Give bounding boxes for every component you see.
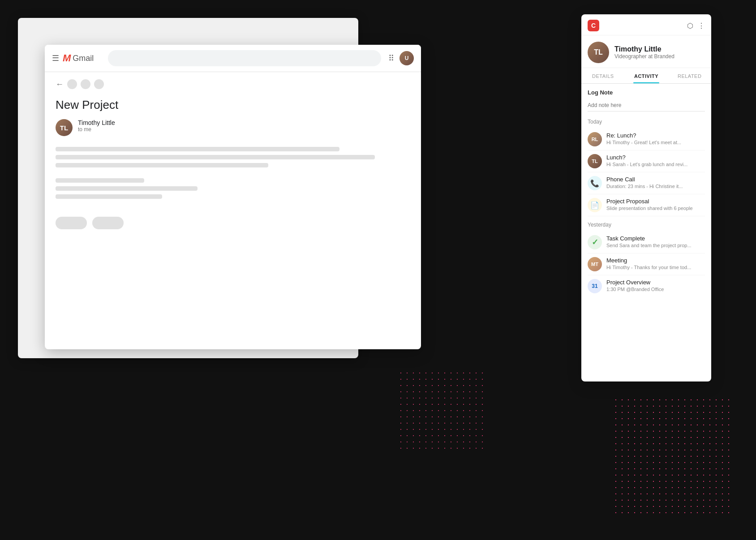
- activity-sub-task: Send Sara and team the project prop...: [606, 243, 705, 248]
- gmail-back-button[interactable]: ←: [56, 80, 64, 89]
- activity-title-re-lunch: Re: Lunch?: [606, 132, 705, 139]
- log-note-input[interactable]: [588, 99, 705, 111]
- skeleton-line-3: [56, 163, 268, 167]
- skeleton-line-6: [56, 194, 162, 199]
- sender-name: Timothy Little: [78, 119, 115, 126]
- today-label: Today: [588, 119, 705, 125]
- crm-tabs: DETAILS ACTIVITY RELATED: [581, 68, 711, 84]
- crm-more-icon[interactable]: ⋮: [698, 21, 705, 30]
- yesterday-label: Yesterday: [588, 222, 705, 228]
- gmail-m-letter: M: [63, 52, 71, 64]
- activity-sub-meeting: Hi Timothy - Thanks for your time tod...: [606, 265, 705, 270]
- gmail-body: ← New Project TL Timothy Little to me: [45, 72, 421, 238]
- sender-to: to me: [78, 126, 115, 133]
- gmail-window: ☰ M Gmail ⠿ U ← New Project TL: [45, 45, 421, 349]
- gmail-header-right: ⠿ U: [388, 51, 414, 65]
- skeleton-line-2: [56, 155, 375, 159]
- skeleton-line-1: [56, 147, 339, 151]
- crm-header-icons: ⬡ ⋮: [687, 21, 705, 30]
- gmail-email-toolbar: ←: [56, 79, 410, 89]
- dot-grid-bottom-right: [613, 397, 729, 513]
- activity-icon-re-lunch: RL: [588, 132, 602, 146]
- dot-grid-middle: [398, 370, 487, 450]
- activity-text-overview: Project Overview 1:30 PM @Branded Office: [606, 279, 705, 292]
- activity-sub-lunch: Hi Sarah - Let's grab lunch and revi...: [606, 162, 705, 167]
- activity-text-re-lunch: Re: Lunch? Hi Timothy - Great! Let's mee…: [606, 132, 705, 145]
- email-action-btn-1[interactable]: [56, 217, 87, 229]
- activity-title-phone: Phone Call: [606, 176, 705, 183]
- gmail-menu-icon[interactable]: ☰: [52, 53, 59, 63]
- gmail-action-dot-1[interactable]: [67, 79, 77, 89]
- tab-details[interactable]: DETAILS: [581, 68, 625, 83]
- crm-logo-letter: C: [591, 22, 596, 29]
- gmail-action-dot-3[interactable]: [94, 79, 104, 89]
- gmail-user-avatar[interactable]: U: [399, 51, 414, 65]
- email-subject: New Project: [56, 98, 410, 112]
- crm-contact-section: TL Timothy Little Videographer at Brande…: [581, 35, 711, 68]
- activity-item-phone-call[interactable]: 📞 Phone Call Duration: 23 mins - Hi Chri…: [588, 172, 705, 194]
- gmail-search-bar[interactable]: [108, 50, 381, 66]
- crm-logo: C: [588, 20, 599, 31]
- activity-text-task: Task Complete Send Sara and team the pro…: [606, 235, 705, 248]
- tab-related[interactable]: RELATED: [668, 68, 711, 83]
- activity-icon-meeting: MT: [588, 257, 602, 271]
- email-sender-row: TL Timothy Little to me: [56, 119, 410, 136]
- gmail-label: Gmail: [73, 54, 94, 63]
- activity-item-lunch[interactable]: TL Lunch? Hi Sarah - Let's grab lunch an…: [588, 150, 705, 172]
- contact-details: Timothy Little Videographer at Branded: [614, 45, 674, 60]
- activity-sub-phone: Duration: 23 mins - Hi Christine it...: [606, 184, 705, 189]
- activity-icon-calendar: 31: [588, 279, 602, 293]
- skeleton-line-5: [56, 186, 198, 191]
- log-note-title: Log Note: [588, 89, 705, 96]
- activity-text-lunch: Lunch? Hi Sarah - Let's grab lunch and r…: [606, 154, 705, 167]
- activity-text-meeting: Meeting Hi Timothy - Thanks for your tim…: [606, 257, 705, 270]
- activity-icon-check: ✓: [588, 235, 602, 249]
- activity-item-project-overview[interactable]: 31 Project Overview 1:30 PM @Branded Off…: [588, 275, 705, 297]
- activity-icon-doc: 📄: [588, 198, 602, 212]
- crm-content: Log Note Today RL Re: Lunch? Hi Timothy …: [581, 84, 711, 381]
- activity-title-meeting: Meeting: [606, 257, 705, 264]
- activity-icon-lunch: TL: [588, 154, 602, 168]
- activity-item-task-complete[interactable]: ✓ Task Complete Send Sara and team the p…: [588, 231, 705, 253]
- crm-header: C ⬡ ⋮: [581, 14, 711, 35]
- tab-activity[interactable]: ACTIVITY: [625, 68, 668, 83]
- activity-sub-overview: 1:30 PM @Branded Office: [606, 287, 705, 292]
- activity-sub-proposal: Slide presentation shared with 6 people: [606, 206, 705, 211]
- gmail-action-dot-2[interactable]: [81, 79, 90, 89]
- gmail-grid-icon[interactable]: ⠿: [388, 53, 394, 63]
- activity-title-lunch: Lunch?: [606, 154, 705, 161]
- activity-item-meeting[interactable]: MT Meeting Hi Timothy - Thanks for your …: [588, 253, 705, 275]
- activity-text-phone: Phone Call Duration: 23 mins - Hi Christ…: [606, 176, 705, 189]
- contact-avatar: TL: [588, 42, 609, 63]
- email-action-btn-2[interactable]: [92, 217, 124, 229]
- skeleton-line-4: [56, 178, 144, 183]
- activity-title-proposal: Project Proposal: [606, 198, 705, 205]
- activity-item-project-proposal[interactable]: 📄 Project Proposal Slide presentation sh…: [588, 194, 705, 216]
- contact-title: Videographer at Branded: [614, 53, 674, 60]
- log-note-section: Log Note: [588, 89, 705, 111]
- gmail-logo: M Gmail: [63, 52, 94, 64]
- activity-item-re-lunch[interactable]: RL Re: Lunch? Hi Timothy - Great! Let's …: [588, 129, 705, 150]
- sender-info: Timothy Little to me: [78, 119, 115, 133]
- activity-text-proposal: Project Proposal Slide presentation shar…: [606, 198, 705, 211]
- crm-open-icon[interactable]: ⬡: [687, 21, 693, 30]
- contact-name: Timothy Little: [614, 45, 674, 53]
- activity-title-overview: Project Overview: [606, 279, 705, 286]
- sender-avatar: TL: [56, 119, 73, 136]
- activity-title-task: Task Complete: [606, 235, 705, 242]
- gmail-header: ☰ M Gmail ⠿ U: [45, 45, 421, 72]
- activity-icon-phone: 📞: [588, 176, 602, 190]
- activity-sub-re-lunch: Hi Timothy - Great! Let's meet at...: [606, 140, 705, 145]
- crm-panel: C ⬡ ⋮ TL Timothy Little Videographer at …: [581, 14, 711, 381]
